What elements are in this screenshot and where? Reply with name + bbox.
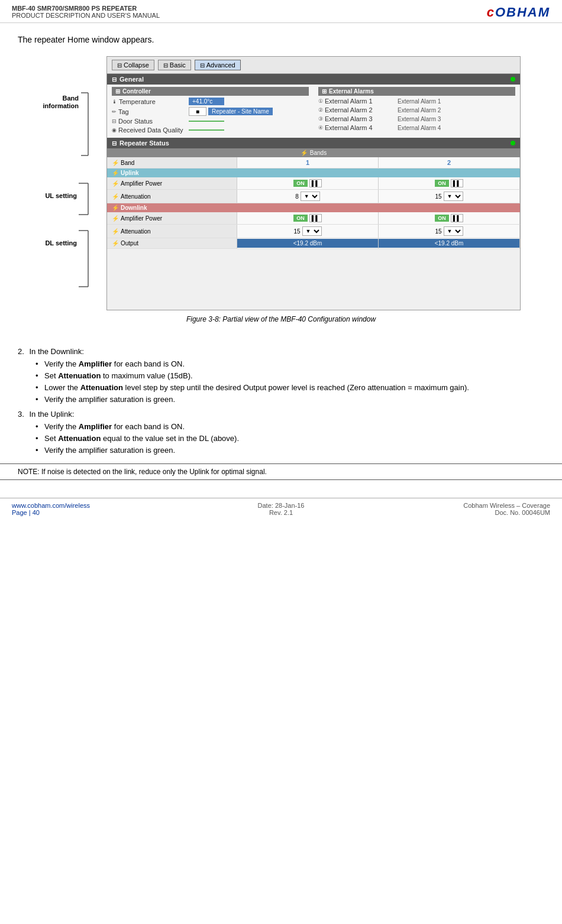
svg-text:Band: Band <box>63 95 79 102</box>
alarm1-value: External Alarm 1 <box>395 98 441 105</box>
page-header: MBF-40 SMR700/SMR800 PS REPEATER PRODUCT… <box>0 0 562 23</box>
step3-bullet2: Set Attenuation equal to the value set i… <box>35 434 544 443</box>
step2-bullet1: Verify the Amplifier for each band is ON… <box>35 359 544 368</box>
uplink-divider: ⚡ Uplink <box>107 168 520 177</box>
alarm2-label: ② External Alarm 2 <box>318 106 395 114</box>
general-icon: ⊟ <box>112 76 117 83</box>
output-value1: <19.2 dBm <box>237 239 378 248</box>
step2-bullet2: Set Attenuation to maximum value (15dB). <box>35 371 544 380</box>
advanced-icon: ⊟ <box>200 62 205 69</box>
ul-attn-select1: 8 ▼ <box>295 192 320 201</box>
dl-amplifier-row: ⚡ Amplifier Power ON ▌▌ ON ▌▌ <box>107 212 520 225</box>
ul-attn-val1: 8 ▼ <box>237 190 379 203</box>
alarm2-value: External Alarm 2 <box>395 107 441 114</box>
dl-attn-select1: 15 ▼ <box>293 226 321 236</box>
bracket-svg: Band information UL setting DL setting <box>38 56 106 310</box>
dl-attn-icon: ⚡ <box>112 228 119 235</box>
data-quality-row: ◉ Received Data Quality <box>112 127 309 134</box>
svg-text:UL setting: UL setting <box>45 192 77 199</box>
alarm3-num-icon: ③ <box>318 116 323 122</box>
temperature-value: +41.0°c <box>189 98 224 105</box>
controller-area: ⊞ Controller 🌡 Temperature +41.0°c <box>107 85 314 138</box>
footer-website: www.cobham.com/wireless <box>12 502 191 509</box>
footer-doc: Doc. No. 00046UM <box>371 509 550 516</box>
temperature-label: 🌡 Temperature <box>112 98 189 105</box>
step3-bullet1: Verify the Amplifier for each band is ON… <box>35 422 544 431</box>
band1-value: 1 <box>237 157 379 168</box>
repeater-status-dot <box>511 141 515 145</box>
alarm4-value: External Alarm 4 <box>395 125 441 131</box>
alarm1-row: ① External Alarm 1 External Alarm 1 <box>318 98 515 105</box>
header-title2: PRODUCT DESCRIPTION AND USER'S MANUAL <box>12 12 160 19</box>
general-section-header: ⊟ General <box>107 74 520 85</box>
config-toolbar: ⊟ Collapse ⊟ Basic ⊟ Advanced <box>107 57 520 74</box>
ul-attn-val2: 15 ▼ <box>379 190 520 203</box>
repeater-site-name: Repeater - Site Name <box>208 108 273 115</box>
alarm3-label: ③ External Alarm 3 <box>318 115 395 122</box>
ul-attn-dropdown2[interactable]: ▼ <box>444 192 463 201</box>
dl-amp-toggle1[interactable]: ▌▌ <box>309 214 322 222</box>
dl-amp-icon: ⚡ <box>112 215 119 222</box>
note-text: NOTE: If noise is detected on the link, … <box>18 468 267 476</box>
band-icon: ⚡ <box>112 160 119 166</box>
alarm4-label: ④ External Alarm 4 <box>318 124 395 131</box>
step2-bullet4: Verify the amplifier saturation is green… <box>35 395 544 404</box>
dl-amplifier-label: ⚡ Amplifier Power <box>107 212 237 224</box>
note-section: NOTE: If noise is detected on the link, … <box>0 463 562 480</box>
left-annotations: Band information UL setting DL setting <box>38 56 106 310</box>
tag-row: ✏ Tag ■ Repeater - Site Name <box>112 107 309 116</box>
header-title1: MBF-40 SMR700/SMR800 PS REPEATER <box>12 5 160 12</box>
footer-rev: Rev. 2.1 <box>191 509 370 516</box>
band2-value: 2 <box>379 157 520 168</box>
ul-amp-toggle1[interactable]: ▌▌ <box>309 179 322 187</box>
svg-text:information: information <box>43 102 79 109</box>
general-status-dot <box>511 77 515 82</box>
dl-attn-dropdown2[interactable]: ▼ <box>444 226 463 236</box>
alarm1-label: ① External Alarm 1 <box>318 98 395 105</box>
tag-icon: ✏ <box>112 109 117 115</box>
basic-icon: ⊟ <box>163 62 168 69</box>
advanced-button[interactable]: ⊟ Advanced <box>195 60 241 70</box>
step3-bullets: Verify the Amplifier for each band is ON… <box>18 422 544 455</box>
page-footer: www.cobham.com/wireless Page | 40 Date: … <box>0 498 562 520</box>
dl-attn-dropdown1[interactable]: ▼ <box>302 226 322 236</box>
external-alarms-header: ⊞ External Alarms <box>318 87 515 96</box>
ul-amp-icon: ⚡ <box>112 180 119 187</box>
step2-bullet3: Lower the Attenuation level step by step… <box>35 383 544 392</box>
collapse-icon: ⊟ <box>117 62 122 69</box>
basic-button[interactable]: ⊟ Basic <box>158 60 191 70</box>
ul-attenuation-row: ⚡ Attenuation 8 ▼ <box>107 190 520 203</box>
output-val2: <19.2 dBm <box>379 238 520 248</box>
general-grid: ⊞ Controller 🌡 Temperature +41.0°c <box>107 85 520 138</box>
bands-icon: ⚡ <box>301 150 308 156</box>
steps-list: 2. In the Downlink: Verify the Amplifier… <box>18 347 544 455</box>
ul-amp-val1: ON ▌▌ <box>237 177 379 189</box>
step2-bullets: Verify the Amplifier for each band is ON… <box>18 359 544 404</box>
output-row: ⚡ Output <19.2 dBm <19.2 dBm <box>107 238 520 249</box>
footer-page: Page | 40 <box>12 509 191 516</box>
door-icon: ⊟ <box>112 118 117 124</box>
dl-amp-toggle2[interactable]: ▌▌ <box>451 214 463 222</box>
cobham-logo: cOBHAM <box>487 5 550 20</box>
site-name-box: ■ <box>189 107 206 116</box>
general-section: ⊟ General ⊞ Controller <box>107 74 520 138</box>
alarm3-row: ③ External Alarm 3 External Alarm 3 <box>318 115 515 122</box>
alarm4-row: ④ External Alarm 4 External Alarm 4 <box>318 124 515 131</box>
footer-center: Date: 28-Jan-16 Rev. 2.1 <box>191 502 370 516</box>
dl-attn-val1: 15 ▼ <box>237 225 379 238</box>
dl-amp-val2: ON ▌▌ <box>379 212 520 224</box>
ul-attn-dropdown1[interactable]: ▼ <box>301 192 320 201</box>
ul-amp-toggle2[interactable]: ▌▌ <box>451 179 463 187</box>
door-status-value <box>189 121 224 122</box>
collapse-button[interactable]: ⊟ Collapse <box>112 60 154 70</box>
body-section: 2. In the Downlink: Verify the Amplifier… <box>0 347 562 455</box>
config-window: ⊟ Collapse ⊟ Basic ⊟ Advanced ⊟ <box>106 56 521 310</box>
alarm2-num-icon: ② <box>318 107 323 113</box>
controller-icon: ⊞ <box>115 88 120 95</box>
data-quality-label: ◉ Received Data Quality <box>112 127 189 134</box>
alarms-icon: ⊞ <box>322 88 327 95</box>
alarm2-row: ② External Alarm 2 External Alarm 2 <box>318 106 515 114</box>
repeater-status-icon: ⊟ <box>112 140 117 147</box>
alarm3-value: External Alarm 3 <box>395 116 441 122</box>
footer-left: www.cobham.com/wireless Page | 40 <box>12 502 191 516</box>
